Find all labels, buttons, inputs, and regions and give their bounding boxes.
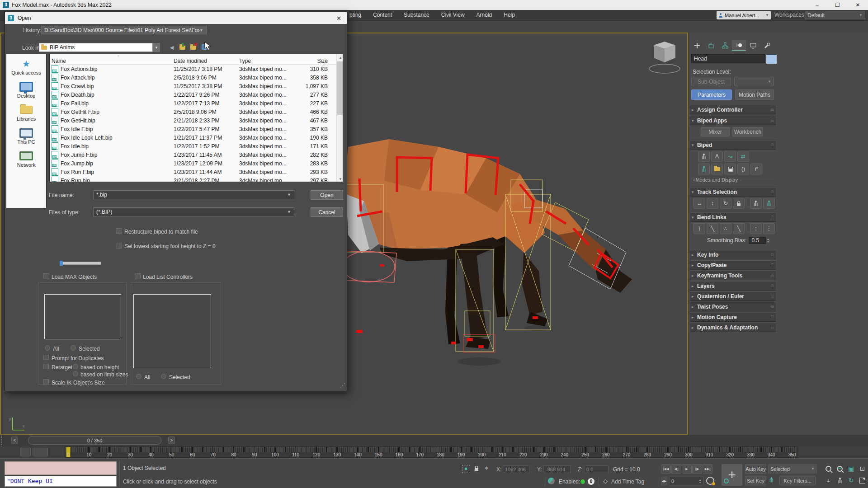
rollout-twist-poses[interactable]: ▸Twist Poses⠿ <box>690 302 776 311</box>
key-set-dropdown[interactable]: Selected ▼ <box>768 464 817 474</box>
list-controllers-list[interactable] <box>133 294 211 368</box>
file-row[interactable]: BIPFox Fall.bip1/22/2017 7:13 PM3dsMax b… <box>50 99 343 108</box>
motion-paths-button[interactable]: Motion Paths <box>735 89 774 100</box>
max-objects-list[interactable] <box>44 294 121 339</box>
object-name-field[interactable]: Head <box>691 54 765 63</box>
rollout-biped[interactable]: ▾Biped⠿ <box>690 140 776 150</box>
minimize-button[interactable]: – <box>807 0 827 10</box>
select-symmetrical-icon[interactable] <box>763 198 775 209</box>
scroll-up-icon[interactable]: ▲ <box>337 54 343 61</box>
rollout-quaternion-euler[interactable]: ▸Quaternion / Euler⠿ <box>690 291 776 301</box>
keyable-icon[interactable]: ⋔ <box>769 476 774 484</box>
modes-and-display-expander[interactable]: +Modes and Display <box>693 177 774 183</box>
work# workspace-dropdown[interactable]: Default ▼ <box>805 11 865 19</box>
save-file-icon[interactable] <box>724 164 736 174</box>
pan-icon[interactable]: ↔↕ <box>823 475 834 486</box>
prompt-duplicates-checkbox[interactable] <box>43 355 49 360</box>
max-selected-radio[interactable] <box>71 345 76 351</box>
load-file-icon[interactable] <box>711 164 723 174</box>
dialog-title-bar[interactable]: 3 Open ✕ <box>5 12 347 24</box>
file-row[interactable]: BIPFox Run.bip2/21/2018 2:27 PM3dsMax bi… <box>50 176 343 182</box>
file-row[interactable]: BIPFox Attack.bip2/5/2018 9:06 PM3dsMax … <box>50 73 343 82</box>
move-all-mode-icon[interactable] <box>698 164 710 174</box>
file-row[interactable]: BIPFox GetHit.bip2/21/2018 2:33 PM3dsMax… <box>50 116 343 125</box>
tab-motion[interactable] <box>732 40 746 51</box>
track-bar-toggle-button[interactable] <box>33 448 48 456</box>
zoom-region-icon[interactable]: ⊡ <box>857 463 868 474</box>
new-folder-icon[interactable]: ✱ <box>190 45 196 51</box>
rollout-layers[interactable]: ▸Layers⠿ <box>690 281 776 291</box>
tab-modify[interactable] <box>704 40 718 51</box>
body-horizontal-icon[interactable]: ↔ <box>693 198 705 209</box>
open-button[interactable]: Open <box>311 190 343 200</box>
foot-height-checkbox[interactable] <box>116 243 122 249</box>
rollout-keyframing-tools[interactable]: ▸Keyframing Tools⠿ <box>690 271 776 280</box>
key-mode-toggle[interactable]: ◀▶ <box>661 477 667 485</box>
transform-gizmo-icon[interactable]: ⌖ <box>485 464 488 472</box>
sidebar-item-desktop[interactable]: Desktop <box>17 82 35 99</box>
menu-item-civil-view[interactable]: Civil View <box>435 10 471 20</box>
file-row[interactable]: BIPFox Idle.bip1/22/2017 1:52 PM3dsMax b… <box>50 142 343 150</box>
resize-grip[interactable]: ⋰ <box>340 382 345 389</box>
zoom-all-icon[interactable] <box>834 463 845 474</box>
column-date-modified[interactable]: Date modified <box>174 58 239 64</box>
rollout-motion-capture[interactable]: ▸Motion Capture⠿ <box>690 312 776 322</box>
column-name[interactable]: Name <box>50 58 174 64</box>
file-row[interactable]: BIPFox Death.bip1/22/2017 9:26 PM3dsMax … <box>50 90 343 99</box>
tab-display[interactable] <box>746 40 760 51</box>
sidebar-item-libraries[interactable]: Libraries <box>17 105 36 122</box>
body-rotation-icon[interactable]: ↻ <box>720 198 731 209</box>
time-configuration-icon[interactable] <box>706 477 714 485</box>
list-all-radio[interactable] <box>136 374 142 379</box>
physique-icon[interactable]: Λ <box>711 151 723 162</box>
maxscript-mini-listener-macro[interactable] <box>5 461 117 475</box>
key-filters-button[interactable]: Key Filters... <box>779 476 816 485</box>
scroll-thumb[interactable] <box>337 61 343 115</box>
look-in-dropdown-button[interactable]: ▼ <box>153 43 160 52</box>
zero-twist-icon[interactable]: : <box>750 223 762 234</box>
walk-through-icon[interactable] <box>834 475 845 486</box>
menu-item-substance[interactable]: Substance <box>398 10 435 20</box>
zero-all-icon[interactable]: ⋮ <box>763 223 775 234</box>
mixer-button[interactable]: Mixer <box>701 127 730 136</box>
auto-key-button[interactable]: Auto Key <box>745 464 766 474</box>
tab-utilities[interactable] <box>760 40 774 51</box>
set-key-button[interactable]: Set Key <box>745 476 766 485</box>
history-dropdown[interactable]: D:\SandBox\3D Max\000 Source Files\01 Po… <box>41 26 207 34</box>
files-of-type-dropdown[interactable]: (*.BIP)▼ <box>93 207 294 216</box>
select-entire-biped-icon[interactable] <box>750 198 762 209</box>
file-row[interactable]: BIPFox Run F.bip1/23/2017 11:44 AM3dsMax… <box>50 168 343 176</box>
motion-flow-icon[interactable]: ⇄ <box>737 151 749 162</box>
menu-item-help[interactable]: Help <box>498 10 521 20</box>
file-row[interactable]: BIPFox Crawl.bip11/25/2017 3:38 PM3dsMax… <box>50 82 343 90</box>
selection-region-icon[interactable] <box>462 465 470 473</box>
look-in-combobox[interactable]: BIP Anims <box>39 43 153 52</box>
rollout-assign-controller[interactable]: ▸Assign Controller⠿ <box>690 105 776 114</box>
selection-lock-icon[interactable] <box>475 468 478 471</box>
tab-hierarchy[interactable] <box>718 40 732 51</box>
based-limb-radio[interactable] <box>73 371 78 376</box>
x-coordinate-field[interactable]: 1062.406 <box>503 465 530 473</box>
next-frame-button[interactable]: ||▶ <box>692 464 702 474</box>
z-coordinate-field[interactable]: 0.0 <box>584 465 609 473</box>
frame-counter-field[interactable]: 0 / 350 <box>28 436 161 445</box>
key-count-badge[interactable]: 0 <box>588 478 594 485</box>
object-color-swatch[interactable] <box>766 54 777 64</box>
rollout-track-selection[interactable]: ▾Track Selection⠿ <box>690 187 776 197</box>
convert-icon[interactable]: () <box>737 164 749 174</box>
sidebar-item-network[interactable]: Network <box>17 151 35 168</box>
file-list-scrollbar[interactable]: ▲ ▼ <box>336 54 343 182</box>
lock-com-icon[interactable] <box>733 198 745 209</box>
go-to-end-button[interactable]: ▶▶| <box>703 464 712 474</box>
set-keys-button[interactable]: + <box>722 464 742 486</box>
cancel-button[interactable]: Cancel <box>311 207 343 217</box>
smoothing-bias-field[interactable]: 0.5 <box>749 237 766 244</box>
restructure-checkbox[interactable] <box>116 228 122 234</box>
bend-horizontal-icon[interactable]: ⟩ <box>693 223 705 234</box>
mini-curve-editor-button[interactable] <box>20 448 31 456</box>
twist-links-icon[interactable]: ╲ <box>707 223 718 234</box>
rollout-dynamics-adaptation[interactable]: ▸Dynamics & Adaptation⠿ <box>690 323 776 332</box>
rollout-copy-paste[interactable]: ▸Copy/Paste⠿ <box>690 260 776 270</box>
rollout-bend-links[interactable]: ▾Bend Links⠿ <box>690 212 776 222</box>
back-icon[interactable]: ◄ <box>169 44 175 51</box>
